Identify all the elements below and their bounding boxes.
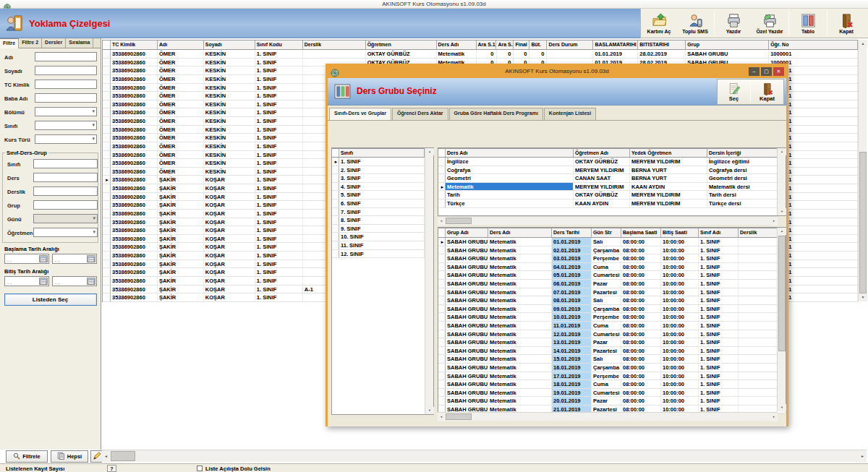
list-item[interactable]: 8. SINIF [332,216,433,225]
scroll-up-arrow[interactable]: ▲ [859,40,867,48]
scroll-left-arrow[interactable]: ◄ [102,450,110,463]
table-row[interactable]: SABAH GRUBUMetematik15.01.2019Salı08:00:… [438,355,786,364]
scroll-left-arrow[interactable]: ◄ [438,217,445,226]
field-input-bölümü[interactable] [35,107,97,116]
scroll-up-arrow[interactable]: ▲ [778,148,786,155]
scroll-left-arrow[interactable]: ◄ [438,413,445,421]
table-row[interactable]: GeometriCANAN SAATBERNA YURTGeometri der… [438,174,786,183]
table-row[interactable]: SABAH GRUBUMetematik09.01.2019Çarşamba08… [438,305,786,314]
scroll-up-arrow[interactable]: ▲ [425,148,434,155]
column-header[interactable]: Derslik [303,40,366,49]
list-item[interactable]: 6. SINIF [332,199,433,208]
field-input-adı[interactable] [35,52,97,61]
table-row[interactable]: ►MetematikMERYEM YILDIRIMKAAN AYDINMatem… [438,183,786,192]
dialog-tab-3[interactable]: Kontenjan Listesi [544,108,596,120]
list-item[interactable]: 10. SINIF [332,233,433,241]
field-input-ders[interactable] [33,173,98,182]
table-row[interactable]: SABAH GRUBUMetematik04.01.2019Cuma08:00:… [438,263,786,272]
column-header[interactable]: Ders Durum [547,40,593,49]
column-header[interactable]: Öğretmen [366,40,437,49]
list-item[interactable]: 7. SINIF [332,208,433,217]
column-header[interactable]: Yedek Öğretmen [630,149,707,157]
table-row[interactable]: SABAH GRUBUMetematik13.01.2019Pazar08:00… [438,338,786,347]
column-header[interactable]: Grup [686,40,769,49]
list-item[interactable]: 12. SINIF [332,250,433,259]
table-row[interactable]: SABAH GRUBUMetematik12.01.2019Cumartesi0… [438,330,786,339]
table-vertical-scrollbar[interactable]: ▲ ▼ [858,40,867,301]
table-row[interactable]: SABAH GRUBUMetematik07.01.2019Pazartesi0… [438,288,786,297]
column-header[interactable]: Grup Adı [446,228,488,237]
table-row[interactable]: SABAH GRUBUMetematik03.01.2019Perşembe08… [438,254,786,263]
date-input[interactable]: . . [4,276,49,286]
column-header[interactable]: Ders Adı [437,40,477,49]
scroll-right-arrow[interactable]: ► [770,413,778,421]
table-row[interactable]: İngilizceOKTAY GÜRBÜZMERYEM YILDIRIMİngi… [438,158,786,166]
column-header[interactable]: Büt. [529,40,547,49]
filter-tab-sıralama[interactable]: Sıralama [66,38,93,48]
column-header[interactable]: Sınıf Kodu [255,40,303,49]
list-item[interactable]: ►1. SINIF [332,158,433,166]
column-header[interactable]: Gün Str [592,228,621,237]
list-header-label[interactable]: Sınıfı [339,149,425,157]
scroll-thumb[interactable] [111,451,135,461]
toolbar-button-open-card[interactable]: Kartını Aç [641,9,677,38]
table-row[interactable]: SABAH GRUBUMetematik10.01.2019Perşembe08… [438,313,786,322]
field-input-sınıfı[interactable] [33,159,98,168]
filtrele-button[interactable]: Filtrele [6,450,48,463]
scroll-up-arrow[interactable]: ▲ [778,228,786,235]
column-header[interactable]: Ders Adı [446,149,574,157]
column-header[interactable]: Bitiş Saati [661,228,699,237]
field-input-derslik[interactable] [33,186,98,196]
scroll-down-arrow[interactable]: ▼ [859,293,867,301]
dialog-kapat-button[interactable]: Kapat [751,80,783,104]
table-row[interactable]: CoğrafyaMERYEM YILDIRIMBERNA YURTCoğrafy… [438,166,786,175]
list-item[interactable]: 2. SINIF [332,166,433,175]
list-item[interactable]: 3. SINIF [332,174,433,183]
table-row[interactable]: SABAH GRUBUMetematik05.01.2019Cumartesi0… [438,271,786,280]
dialog-tab-1[interactable]: Öğrenci Ders Aktar [392,108,448,120]
table-row[interactable]: SABAH GRUBUMetematik16.01.2019Çarşamba08… [438,364,786,372]
calendar-icon[interactable] [39,278,48,285]
filter-tab-filtre[interactable]: Filtre [0,38,19,48]
date-input[interactable]: . . [52,276,97,286]
table-row[interactable]: TürkçeKAAN AYDINMERYEM YILDIRIMTürkçe de… [438,199,786,208]
help-button[interactable]: ? [107,465,116,472]
scroll-thumb[interactable] [446,218,472,224]
calendar-icon[interactable] [87,255,95,262]
ders-vertical-scrollbar[interactable]: ▲▼ [777,148,786,215]
table-row[interactable]: SABAH GRUBUMetematik11.01.2019Cuma08:00:… [438,322,786,330]
column-header[interactable]: Derslik [739,228,778,237]
column-header[interactable]: BASLAMATARIHI [593,40,638,49]
field-input-baba-adı[interactable] [35,93,97,103]
grup-table-horizontal-scrollbar[interactable]: ◄ ► [438,412,778,421]
hepsi-button[interactable]: Hepsi [51,450,88,463]
scroll-thumb[interactable] [859,152,867,293]
column-header[interactable]: Adı [158,40,204,49]
edit-pencil-button[interactable] [90,450,103,463]
filter-tab-filtre-2[interactable]: Filtre 2 [19,38,42,48]
table-horizontal-scrollbar[interactable]: ◄ ► [102,450,867,462]
list-item[interactable]: 11. SINIF [332,241,433,250]
column-header[interactable]: Öğretmen Adı [574,149,630,157]
dialog-tab-2[interactable]: Gruba Göre Haftalık Ders Programı [449,108,543,120]
field-input-tc-kimlik[interactable] [35,80,97,89]
calendar-icon[interactable] [39,255,48,262]
toolbar-button-table[interactable]: Tablo [790,9,826,38]
table-row[interactable]: SABAH GRUBUMetematik02.01.2019Çarşamba08… [438,246,786,255]
table-row[interactable]: TarihOKTAY GÜRBÜZMERYEM YILDIRIMTarih de… [438,191,786,199]
column-header[interactable]: Soyadı [204,40,255,49]
filter-tab-dersler[interactable]: Dersler [42,38,66,48]
scroll-right-arrow[interactable]: ► [770,217,778,226]
dialog-titlebar[interactable]: AKINSOFT Kurs Otomasyonu s1.09.03d – ▢ ✕ [328,66,786,78]
list-item[interactable]: 4. SINIF [332,183,433,192]
table-row[interactable]: SABAH GRUBUMetematik06.01.2019Pazar08:00… [438,280,786,288]
scroll-down-arrow[interactable]: ▼ [778,208,786,215]
grup-vertical-scrollbar[interactable]: ▲▼ [777,228,786,411]
dialog-tab-0[interactable]: Sınıfı-Ders ve Gruplar [329,108,391,120]
list-item[interactable]: 9. SINIF [332,225,433,233]
column-header[interactable]: Sınıf Adı [699,228,739,237]
column-header[interactable]: Başlama Saati [621,228,661,237]
field-input-günü[interactable] [33,214,98,223]
column-header[interactable]: Ders Adı [488,228,552,237]
table-row[interactable]: ►SABAH GRUBUMetematik01.01.2019Salı08:00… [438,238,786,246]
